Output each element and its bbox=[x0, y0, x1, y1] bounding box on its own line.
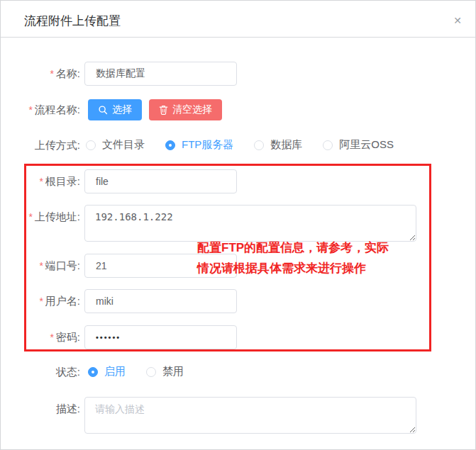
radio-icon bbox=[323, 140, 333, 150]
radio-label: FTP服务器 bbox=[182, 138, 233, 152]
radio-label: 禁用 bbox=[162, 365, 184, 378]
process-name-buttons: 选择 清空选择 bbox=[88, 99, 222, 120]
form-row-upload-mode: 上传方式: 文件目录 FTP服务器 数据库 阿里云OSS bbox=[1, 138, 475, 152]
required-asterisk: * bbox=[39, 296, 43, 307]
clear-selection-label: 清空选择 bbox=[172, 103, 212, 116]
radio-upload-mode-file-dir[interactable]: 文件目录 bbox=[86, 138, 145, 152]
required-asterisk: * bbox=[39, 176, 43, 187]
password-input[interactable] bbox=[84, 325, 237, 349]
radio-selected-icon bbox=[165, 140, 175, 150]
port-input[interactable] bbox=[84, 254, 237, 278]
form-row-username: *用户名: bbox=[1, 289, 475, 313]
upload-mode-radio-group: 文件目录 FTP服务器 数据库 阿里云OSS bbox=[86, 138, 414, 152]
status-radio-group: 启用 禁用 bbox=[88, 365, 204, 378]
upload-address-textarea[interactable]: 192.168.1.222 bbox=[84, 205, 416, 242]
dialog-header: 流程附件上传配置 ✕ bbox=[1, 1, 475, 38]
required-asterisk: * bbox=[28, 104, 32, 116]
process-name-label: *流程名称: bbox=[1, 99, 80, 120]
clear-selection-button[interactable]: 清空选择 bbox=[149, 99, 222, 120]
description-textarea[interactable] bbox=[84, 397, 416, 434]
radio-upload-mode-database[interactable]: 数据库 bbox=[254, 138, 302, 152]
radio-selected-icon bbox=[88, 367, 98, 377]
form-row-process-name: *流程名称: 选择 清空选择 bbox=[1, 99, 475, 120]
form-row-password: *密码: bbox=[1, 325, 475, 349]
name-input[interactable] bbox=[84, 62, 237, 86]
name-label: *名称: bbox=[1, 62, 80, 86]
form-row-port: *端口号: bbox=[1, 254, 475, 278]
form-row-root-dir: *根目录: bbox=[1, 169, 475, 193]
description-label: 描述: bbox=[1, 402, 80, 416]
radio-icon bbox=[146, 367, 156, 377]
radio-icon bbox=[254, 140, 264, 150]
select-process-button[interactable]: 选择 bbox=[88, 99, 142, 120]
search-icon bbox=[98, 105, 108, 115]
form-row-name: *名称: bbox=[1, 62, 475, 86]
root-dir-label: *根目录: bbox=[1, 169, 80, 193]
port-label: *端口号: bbox=[1, 254, 80, 278]
upload-mode-label: 上传方式: bbox=[1, 138, 80, 152]
radio-label: 数据库 bbox=[270, 138, 302, 152]
password-label: *密码: bbox=[1, 325, 80, 349]
required-asterisk: * bbox=[50, 68, 53, 79]
upload-config-dialog: 流程附件上传配置 ✕ *名称: *流程名称: 选择 清空选择 上传方式: bbox=[0, 0, 476, 450]
radio-status-enabled[interactable]: 启用 bbox=[88, 365, 126, 378]
form-row-description: 描述: bbox=[1, 397, 475, 434]
trash-icon bbox=[159, 105, 168, 115]
radio-label: 文件目录 bbox=[102, 138, 145, 152]
required-asterisk: * bbox=[28, 211, 32, 223]
radio-upload-mode-aliyun-oss[interactable]: 阿里云OSS bbox=[323, 138, 394, 152]
form-row-status: 状态: 启用 禁用 bbox=[1, 365, 475, 379]
dialog-title: 流程附件上传配置 bbox=[24, 13, 121, 29]
radio-icon bbox=[86, 140, 96, 150]
radio-upload-mode-ftp[interactable]: FTP服务器 bbox=[165, 138, 233, 152]
upload-address-label: *上传地址: bbox=[1, 210, 80, 224]
form-row-upload-address: *上传地址: 192.168.1.222 bbox=[1, 205, 475, 242]
select-process-label: 选择 bbox=[112, 103, 132, 116]
status-label: 状态: bbox=[1, 365, 80, 379]
required-asterisk: * bbox=[39, 260, 43, 271]
username-label: *用户名: bbox=[1, 289, 80, 313]
root-dir-input[interactable] bbox=[84, 169, 237, 193]
radio-label: 启用 bbox=[104, 365, 126, 378]
radio-label: 阿里云OSS bbox=[339, 138, 394, 152]
username-input[interactable] bbox=[84, 289, 237, 313]
radio-status-disabled[interactable]: 禁用 bbox=[146, 365, 184, 378]
close-icon[interactable]: ✕ bbox=[452, 15, 463, 26]
required-asterisk: * bbox=[50, 332, 53, 343]
